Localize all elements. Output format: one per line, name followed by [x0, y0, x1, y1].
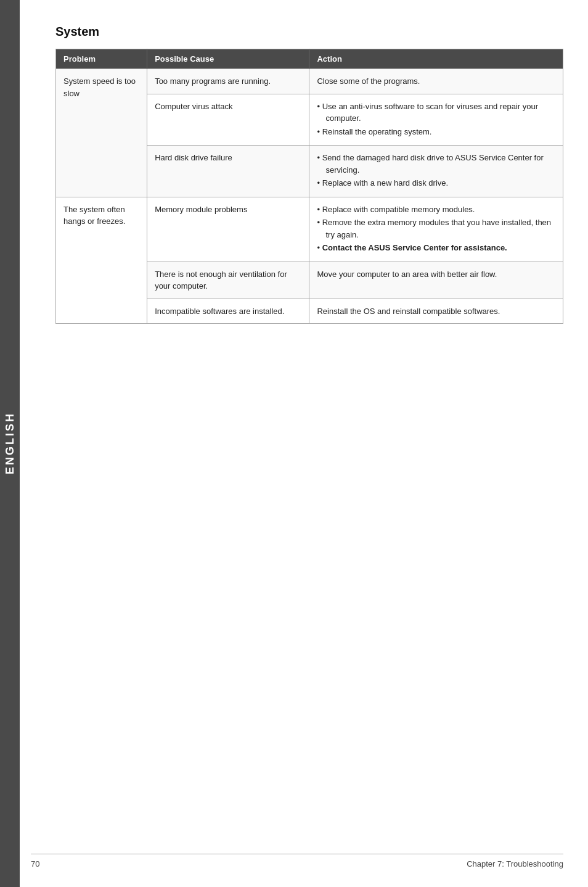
cause-cell: Incompatible softwares are installed. [147, 299, 309, 324]
header-cause: Possible Cause [147, 49, 309, 69]
chapter-label: Chapter 7: Troubleshooting [467, 859, 563, 868]
table-row: The system often hangs or freezes.Memory… [56, 197, 563, 262]
table-header-row: Problem Possible Cause Action [56, 49, 563, 69]
sidebar-label: ENGLISH [4, 412, 17, 474]
action-cell: Send the damaged hard disk drive to ASUS… [309, 146, 563, 197]
page-number: 70 [31, 859, 39, 868]
cause-cell: Computer virus attack [147, 94, 309, 146]
table-row: System speed is too slowToo many program… [56, 69, 563, 94]
header-problem: Problem [56, 49, 147, 69]
cause-cell: Memory module problems [147, 197, 309, 262]
troubleshooting-table: Problem Possible Cause Action System spe… [55, 49, 563, 324]
sidebar: ENGLISH [0, 0, 20, 887]
cause-cell: There is not enough air ventilation for … [147, 262, 309, 299]
section-title: System [55, 25, 563, 39]
action-cell: Close some of the programs. [309, 69, 563, 94]
header-action: Action [309, 49, 563, 69]
main-content: System Problem Possible Cause Action Sys… [31, 0, 588, 373]
action-cell: Reinstall the OS and reinstall compatibl… [309, 299, 563, 324]
action-cell: Use an anti-virus software to scan for v… [309, 94, 563, 146]
action-cell: Replace with compatible memory modules.R… [309, 197, 563, 262]
cause-cell: Too many programs are running. [147, 69, 309, 94]
problem-cell: The system often hangs or freezes. [56, 197, 147, 324]
action-cell: Move your computer to an area with bette… [309, 262, 563, 299]
problem-cell: System speed is too slow [56, 69, 147, 197]
cause-cell: Hard disk drive failure [147, 146, 309, 197]
footer: 70 Chapter 7: Troubleshooting [31, 854, 563, 868]
